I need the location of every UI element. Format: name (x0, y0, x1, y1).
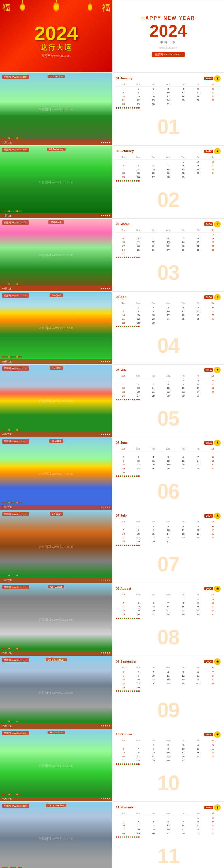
cal-day-cell: 11 (175, 528, 191, 532)
cal-dot (118, 107, 119, 108)
cal-day-cell: 13 (205, 528, 221, 532)
cal-month-label: 02 February (116, 148, 134, 153)
photo-dot (4, 356, 6, 358)
photo-dot (12, 648, 14, 649)
cal-day-header: Mon (131, 447, 146, 451)
photo-dot (4, 283, 6, 285)
cal-day-cell: 31 (161, 102, 176, 106)
photo-scene: 酷图网 www.ikutu.comK酷图网 www.ikutu.com书香门第●… (0, 802, 113, 868)
cal-day-cell: 11 (131, 240, 146, 244)
cal-day-cell (191, 252, 205, 256)
cal-day-cell: 4 (116, 164, 131, 167)
photo-bottom-bar: 书香门第● ● ● ● ● (0, 286, 113, 291)
bottom-bar-dots: ● ● ● ● ● (101, 214, 110, 217)
month-section-02: 酷图网 www.ikutu.comK酷图网 www.ikutu.com书香门第●… (0, 145, 224, 218)
cal-day-cell: 20 (116, 754, 131, 758)
cal-day-header: Mon (131, 156, 146, 160)
cal-day-cell: 22 (191, 244, 205, 248)
cal-day-cell: 9 (205, 237, 221, 240)
cal-day-cell: 28 (205, 682, 221, 685)
cal-dot (130, 326, 131, 328)
cal-day-cell: 25 (191, 754, 205, 758)
cal-day-cell: 2 (161, 743, 176, 747)
cal-dot (126, 475, 127, 477)
cal-day-cell (131, 160, 146, 164)
cal-day-cell (131, 233, 146, 237)
cal-week-row: 45678910 (116, 164, 221, 167)
cal-day-cell: 12 (131, 167, 146, 171)
photo-dot (6, 794, 8, 795)
photo-dot (8, 283, 10, 285)
cal-day-cell (146, 597, 161, 601)
cal-week-row: 23242526272829 (116, 467, 221, 471)
cal-dot (126, 257, 127, 258)
calendar-06: 06 June 2024 ☀ 06SunMonTueWedThuFriSat12… (113, 437, 224, 510)
cal-day-cell: 7 (161, 601, 176, 605)
photo-dots-row (2, 356, 22, 358)
cal-day-header: Sat (205, 666, 221, 670)
cal-day-header: Tue (146, 447, 161, 451)
cal-day-header: Fri (191, 739, 205, 743)
cal-month-num: 07 July (116, 514, 127, 517)
photo-scene: 酷图网 www.ikutu.comK酷图网 www.ikutu.com书香门第●… (0, 219, 113, 291)
cal-day-cell: 18 (175, 532, 191, 536)
cal-day-cell: 7 (146, 382, 161, 386)
cal-day-cell: 8 (191, 820, 205, 824)
calendar-10: 10 October 2024 ☀ 10SunMonTueWedThuFriSa… (113, 729, 224, 801)
cal-day-header: Tue (146, 593, 161, 597)
cal-dot (138, 690, 139, 692)
cal-year-badge: 2024 ☀ (204, 440, 221, 446)
month-photo-11: 酷图网 www.ikutu.comK酷图网 www.ikutu.com书香门第●… (0, 802, 113, 868)
bottom-bar-brand: 书香门第 (2, 141, 11, 144)
cal-day-header: Tue (146, 83, 161, 87)
calendar-page: 福 福 2024 龙行大运 酷图网 www.ikut (0, 0, 224, 868)
cal-week-row: 21222324252627 (116, 317, 221, 321)
cal-day-cell: 7 (175, 237, 191, 240)
photo-dot (19, 210, 20, 212)
cal-week-row: 2526272829 (116, 175, 221, 179)
photo-dot (21, 721, 22, 722)
cal-dot (128, 475, 129, 477)
bottom-bar-dots: ● ● ● ● ● (101, 287, 110, 290)
cal-day-cell: 30 (175, 394, 191, 398)
cal-day-cell: 13 (131, 386, 146, 390)
month-section-09: 酷图网 www.ikutu.comK酷图网 www.ikutu.com书香门第●… (0, 656, 224, 728)
cal-day-cell (161, 321, 176, 325)
cal-bottom-dots (116, 835, 221, 838)
cal-day-cell: 20 (146, 171, 161, 175)
photo-dot (6, 137, 8, 139)
cal-day-cell (146, 452, 161, 455)
cal-dot (116, 545, 117, 546)
cal-day-cell: 3 (131, 455, 146, 459)
cal-week-row: 15161718192021 (116, 678, 221, 682)
cal-body: 08SunMonTueWedThuFriSat12345678910111213… (116, 593, 221, 653)
cal-day-header: Wed (161, 739, 176, 743)
cal-day-cell: 11 (175, 310, 191, 313)
cal-day-cell (161, 686, 176, 689)
fu-right-icon: 福 (102, 2, 110, 13)
photo-brand-overlay: 酷图网 www.ikutu.com (2, 658, 29, 662)
cal-dot (138, 545, 139, 546)
bottom-bar-dots: ● ● ● ● ● (101, 506, 110, 509)
cal-day-cell: 19 (191, 532, 205, 536)
cal-day-cell: 9 (161, 747, 176, 751)
cal-day-cell: 5 (191, 525, 205, 528)
cal-day-header: Fri (191, 447, 205, 451)
cal-day-cell: 25 (175, 317, 191, 321)
cal-day-cell: 23 (116, 467, 131, 471)
cal-dot (136, 545, 137, 546)
cal-big-num: 05 (157, 408, 179, 429)
cal-day-cell: 16 (191, 167, 205, 171)
cal-header-row: SunMonTueWedThuFriSat (116, 593, 221, 597)
cal-day-cell: 24 (161, 317, 176, 321)
cal-day-header: Fri (191, 302, 205, 306)
cal-day-cell: 10 (191, 382, 205, 386)
cal-day-header: Mon (131, 302, 146, 306)
cal-day-cell: 22 (131, 98, 146, 102)
photo-dot (21, 283, 22, 285)
cal-day-header: Sat (205, 447, 221, 451)
cal-dot (130, 107, 131, 108)
cal-day-cell: 27 (146, 613, 161, 616)
cal-day-cell: 2 (205, 233, 221, 237)
cal-day-cell: 2 (146, 306, 161, 310)
